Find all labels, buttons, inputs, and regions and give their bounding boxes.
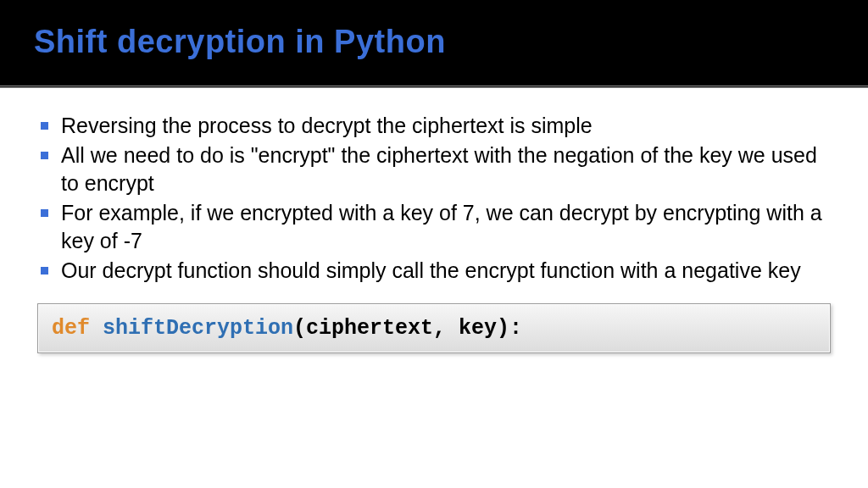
bullet-item: Our decrypt function should simply call … — [37, 257, 831, 285]
code-function-name: shiftDecryption — [103, 316, 293, 341]
bullet-item: Reversing the process to decrypt the cip… — [37, 112, 831, 140]
slide-title: Shift decryption in Python — [34, 24, 834, 60]
slide-content: Reversing the process to decrypt the cip… — [0, 88, 868, 353]
bullet-item: For example, if we encrypted with a key … — [37, 199, 831, 255]
code-space — [90, 316, 103, 341]
bullet-list: Reversing the process to decrypt the cip… — [37, 112, 831, 285]
slide-header: Shift decryption in Python — [0, 0, 868, 88]
code-block: def shiftDecryption(ciphertext, key): — [37, 303, 831, 353]
bullet-item: All we need to do is "encrypt" the ciphe… — [37, 141, 831, 197]
code-keyword: def — [52, 316, 90, 341]
code-params: (ciphertext, key): — [293, 316, 522, 341]
